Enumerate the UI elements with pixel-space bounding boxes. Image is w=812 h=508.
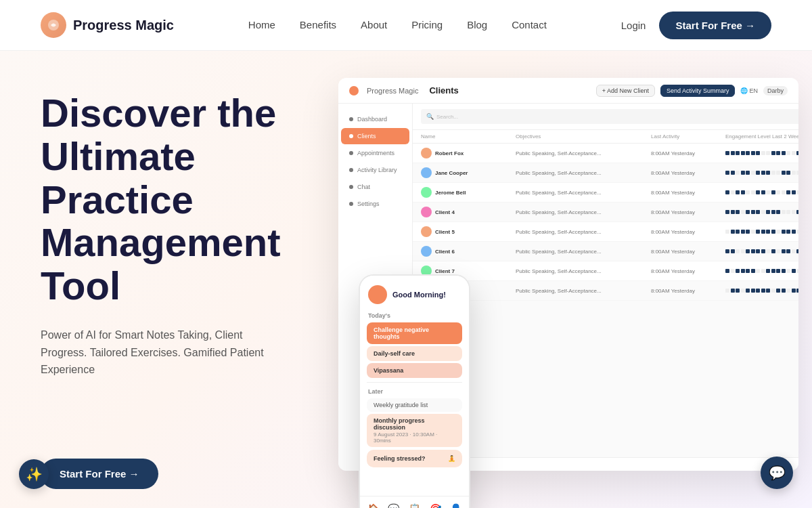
mobile-nav-profile-icon[interactable]: 👤 [450, 503, 461, 509]
sidebar-item-chat[interactable]: Chat [341, 179, 409, 195]
engagement-square [736, 190, 740, 194]
mascot-float-button[interactable]: ✨ [19, 459, 49, 489]
table-row[interactable]: Client 6 Public Speaking, Self-Acceptanc… [413, 242, 798, 261]
sidebar-item-clients[interactable]: Clients [341, 128, 409, 144]
client-search[interactable]: 🔍 Search... [421, 109, 798, 124]
mobile-task-3[interactable]: Vipassana [367, 363, 462, 378]
login-button[interactable]: Login [621, 20, 646, 31]
chat-float-button[interactable]: 💬 [761, 457, 793, 489]
nav-benefits[interactable]: Benefits [300, 19, 336, 30]
engagement-square [731, 249, 735, 253]
nav-contact[interactable]: Contact [512, 19, 547, 30]
engagement-square [782, 289, 786, 293]
sidebar-item-dashboard[interactable]: Dashboard [341, 111, 409, 127]
engagement-square [786, 289, 790, 293]
client-name: Client 4 [421, 207, 516, 217]
sidebar-item-activity-library[interactable]: Activity Library [341, 162, 409, 178]
engagement-bar [725, 171, 798, 175]
send-activity-button[interactable]: Send Activity Summary [660, 85, 736, 97]
engagement-square [746, 171, 750, 175]
client-name-text: Jane Cooper [435, 170, 468, 176]
table-row[interactable]: Robert Fox Public Speaking, Self-Accepta… [413, 144, 798, 163]
engagement-square [792, 151, 796, 155]
col-name: Name [421, 133, 516, 140]
hero-right: Progress Magic Clients + Add New Client … [325, 51, 812, 508]
engagement-square [751, 249, 755, 253]
engagement-square [782, 230, 786, 234]
engagement-square [756, 151, 760, 155]
nav-home[interactable]: Home [248, 19, 275, 30]
client-name-text: Client 7 [435, 268, 455, 274]
engagement-square [766, 151, 770, 155]
client-objectives: Public Speaking, Self-Acceptance... [516, 268, 651, 274]
engagement-square [725, 210, 729, 214]
nav-links: Home Benefits About Pricing Blog Contact [248, 19, 547, 31]
engagement-square [792, 210, 796, 214]
client-name: Client 5 [421, 226, 516, 237]
table-row[interactable]: Client 8 Public Speaking, Self-Acceptanc… [413, 281, 798, 301]
nav-about[interactable]: About [361, 19, 387, 30]
engagement-square [786, 249, 790, 253]
nav-pricing[interactable]: Pricing [411, 19, 443, 30]
client-objectives: Public Speaking, Self-Acceptance... [516, 170, 651, 176]
mobile-appointment: Monthly progress discussion 9 August 202… [367, 414, 462, 447]
engagement-square [771, 151, 775, 155]
table-row[interactable]: Client 7 Public Speaking, Self-Acceptanc… [413, 261, 798, 281]
add-client-button[interactable]: + Add New Client [596, 85, 655, 97]
sidebar-dot [349, 117, 353, 121]
hero-title: Discover the Ultimate Practice Managemen… [41, 91, 284, 308]
engagement-square [746, 269, 750, 273]
engagement-square [786, 230, 790, 234]
engagement-square [761, 269, 765, 273]
mobile-nav-tasks-icon[interactable]: 📋 [409, 503, 420, 509]
dash-page-title: Clients [429, 85, 458, 96]
engagement-square [766, 190, 770, 194]
sidebar-dot-active [349, 134, 353, 138]
mobile-task-2[interactable]: Daily-self care [367, 346, 462, 361]
client-name-text: Jerome Bell [435, 190, 466, 196]
engagement-square [731, 230, 735, 234]
engagement-square [796, 171, 798, 175]
table-row[interactable]: Jerome Bell Public Speaking, Self-Accept… [413, 183, 798, 203]
client-avatar [421, 167, 432, 178]
nav-cta-button[interactable]: Start For Free → [659, 12, 771, 39]
logo[interactable]: Progress Magic [41, 12, 174, 38]
dash-header: Progress Magic Clients + Add New Client … [338, 78, 798, 104]
engagement-square [756, 190, 760, 194]
nav-blog[interactable]: Blog [467, 19, 487, 30]
engagement-square [782, 210, 786, 214]
table-rows: Robert Fox Public Speaking, Self-Accepta… [413, 144, 798, 301]
hero-cta-button[interactable]: Start For Free → [41, 459, 158, 489]
mobile-task-later-1[interactable]: Weekly gratitude list [367, 398, 462, 412]
engagement-square [736, 289, 740, 293]
sidebar-item-settings[interactable]: Settings [341, 196, 409, 212]
engagement-square [771, 269, 775, 273]
sidebar-item-appointments[interactable]: Appointments [341, 145, 409, 161]
engagement-square [746, 230, 750, 234]
search-icon: 🔍 [426, 113, 434, 120]
table-row[interactable]: Client 5 Public Speaking, Self-Acceptanc… [413, 222, 798, 242]
engagement-square [776, 171, 780, 175]
mobile-cta-card[interactable]: Feeling stressed? 🧘 [367, 450, 462, 467]
mobile-app-overlay: Good Morning! Today's Challenge negative… [359, 274, 470, 508]
client-name-text: Client 6 [435, 249, 455, 255]
engagement-square [786, 210, 790, 214]
engagement-square [776, 289, 780, 293]
engagement-square [786, 151, 790, 155]
client-avatar [421, 246, 432, 257]
client-name: Robert Fox [421, 148, 516, 158]
mobile-task-1[interactable]: Challenge negative thoughts [367, 322, 462, 344]
table-header: Name Objectives Last Activity Engagement… [413, 130, 798, 144]
table-row[interactable]: Client 4 Public Speaking, Self-Acceptanc… [413, 203, 798, 222]
engagement-square [746, 249, 750, 253]
engagement-square [766, 269, 770, 273]
mobile-nav-goals-icon[interactable]: 🎯 [430, 503, 441, 509]
engagement-square [766, 210, 770, 214]
mobile-nav-home-icon[interactable]: 🏠 [367, 503, 379, 509]
engagement-square [746, 210, 750, 214]
mobile-cta-person-icon: 🧘 [448, 455, 455, 462]
mobile-nav-chat-icon[interactable]: 💬 [388, 503, 399, 509]
client-name: Jane Cooper [421, 167, 516, 178]
client-name-text: Client 5 [435, 229, 455, 235]
table-row[interactable]: Jane Cooper Public Speaking, Self-Accept… [413, 163, 798, 183]
